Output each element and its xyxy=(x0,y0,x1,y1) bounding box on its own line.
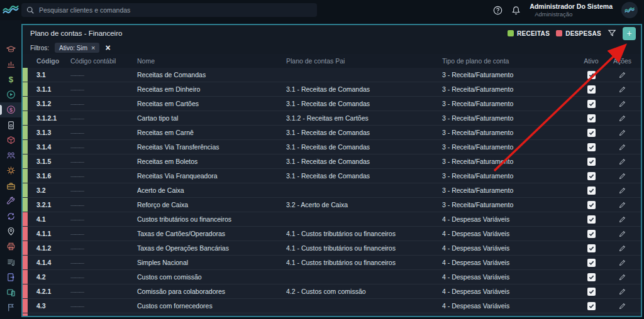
edit-pencil-icon[interactable] xyxy=(618,288,626,296)
clear-filters-icon[interactable]: × xyxy=(105,43,110,52)
chip-close-icon[interactable]: × xyxy=(91,44,95,51)
edit-pencil-icon[interactable] xyxy=(618,273,626,281)
table-row[interactable]: 3.1.5 ——— Receitas em Boletos 3.1 - Rece… xyxy=(23,154,641,169)
sidebar-item-people[interactable] xyxy=(0,148,21,163)
global-search[interactable] xyxy=(21,3,317,17)
table-row[interactable]: 3.2.1 ——— Reforço de Caixa 3.2 - Acerto … xyxy=(23,198,641,212)
ativo-checkbox[interactable] xyxy=(587,71,596,79)
sidebar-item-bar-chart[interactable] xyxy=(0,57,21,72)
ativo-checkbox[interactable] xyxy=(587,187,596,195)
sidebar-item-gear[interactable] xyxy=(0,163,21,178)
edit-pencil-icon[interactable] xyxy=(618,71,626,79)
row-stripe xyxy=(23,227,28,241)
edit-pencil-icon[interactable] xyxy=(618,100,626,108)
cell-nome: Acerto de Caixa xyxy=(137,187,286,194)
table-row[interactable]: 4.1.1 ——— Taxas de Cartões/Operadoras 4.… xyxy=(23,227,641,241)
help-icon[interactable] xyxy=(493,6,502,15)
edit-pencil-icon[interactable] xyxy=(618,129,626,137)
sidebar-item-graduation-cap[interactable] xyxy=(0,41,21,57)
cube-icon xyxy=(6,136,16,145)
table-row[interactable]: 3.1.4 ——— Receitas Via Transferências 3.… xyxy=(23,140,641,154)
cell-tipo: 4 - Despesas Variáveis xyxy=(442,288,579,295)
table-row[interactable]: 3.1.3 ——— Receitas em Carnê 3.1 - Receit… xyxy=(23,126,641,140)
ativo-checkbox[interactable] xyxy=(587,85,596,94)
table-row[interactable]: 4.3 ——— Custos com fornecedores 4 - Desp… xyxy=(23,299,641,313)
table-row[interactable]: 4.1.2 ——— Taxas de Operações Bancárias 4… xyxy=(23,241,641,256)
ativo-checkbox[interactable] xyxy=(587,114,596,122)
edit-pencil-icon[interactable] xyxy=(618,201,626,209)
sidebar-item-play-circle[interactable] xyxy=(0,87,21,102)
legend-receitas: RECEITAS xyxy=(508,30,550,37)
edit-pencil-icon[interactable] xyxy=(618,158,626,166)
cell-nome: Custos com comissão xyxy=(137,273,286,281)
flag-icon xyxy=(6,303,16,312)
edit-pencil-icon[interactable] xyxy=(618,230,626,238)
edit-pencil-icon[interactable] xyxy=(618,259,626,267)
sidebar-item-cube[interactable] xyxy=(0,132,21,148)
sidebar-item-dollar[interactable]: $ xyxy=(0,72,21,87)
edit-pencil-icon[interactable] xyxy=(618,302,626,310)
sidebar-item-sync[interactable] xyxy=(0,208,21,224)
sidebar-item-flag[interactable] xyxy=(0,300,21,315)
add-plano-button[interactable]: + xyxy=(623,27,636,40)
edit-pencil-icon[interactable] xyxy=(618,143,626,151)
sidebar-item-wrench[interactable] xyxy=(0,193,21,208)
ativo-checkbox[interactable] xyxy=(587,100,596,108)
notifications-bell-icon[interactable] xyxy=(511,6,521,15)
edit-pencil-icon[interactable] xyxy=(618,172,626,180)
edit-pencil-icon[interactable] xyxy=(618,215,626,224)
table-row[interactable]: 3.1.1 ——— Receitas em Dinheiro 3.1 - Rec… xyxy=(23,82,641,97)
edit-pencil-icon[interactable] xyxy=(618,187,626,195)
despesas-swatch xyxy=(556,30,562,36)
sidebar-item-toolbox[interactable] xyxy=(0,178,21,193)
ativo-checkbox[interactable] xyxy=(587,230,596,238)
ativo-checkbox[interactable] xyxy=(587,302,596,310)
table-row[interactable]: 3.1 ——— Receitas de Comandas 3 - Receita… xyxy=(23,68,641,82)
edit-pencil-icon[interactable] xyxy=(618,85,626,94)
avatar[interactable] xyxy=(621,2,638,18)
ativo-checkbox[interactable] xyxy=(587,143,596,151)
row-stripe xyxy=(23,284,28,298)
ativo-checkbox[interactable] xyxy=(587,273,596,281)
dollar-icon: $ xyxy=(6,75,16,84)
edit-pencil-icon[interactable] xyxy=(618,114,626,122)
table-row[interactable]: 4.2.1 ——— Comissão para colaboradores 4.… xyxy=(23,284,641,299)
table-row[interactable]: 4.3.1 ——— Produtos de revenda 4.3 - Cust… xyxy=(23,313,641,316)
ativo-checkbox[interactable] xyxy=(587,259,596,267)
sidebar-item-devices[interactable] xyxy=(0,285,21,300)
table-row[interactable]: 4.1.4 ——— Simples Nacional 4.1 - Custos … xyxy=(23,256,641,270)
table-row[interactable]: 3.2 ——— Acerto de Caixa 3 - Receita/Fatu… xyxy=(23,183,641,198)
sidebar-item-dollar-circle[interactable]: $ xyxy=(0,102,21,117)
search-input[interactable] xyxy=(39,6,312,14)
filter-chip-ativo[interactable]: Ativo: Sim × xyxy=(55,43,99,53)
cell-plano-pai: 3.1 - Receitas de Comandas xyxy=(286,172,442,180)
ativo-checkbox[interactable] xyxy=(587,215,596,224)
filters-label: Filtros: xyxy=(30,45,49,51)
table-row[interactable]: 4.2 ——— Custos com comissão 4 - Despesas… xyxy=(23,270,641,284)
table-row[interactable]: 4.1 ——— Custos tributários ou financeiro… xyxy=(23,212,641,227)
cell-codigo: 3.1.3 xyxy=(28,129,70,136)
sidebar-item-document-gear[interactable] xyxy=(0,117,21,132)
edit-pencil-icon[interactable] xyxy=(618,244,626,252)
ativo-checkbox[interactable] xyxy=(587,244,596,252)
table-row[interactable]: 3.1.2.1 ——— Cartao tipo tal 3.1.2 - Rece… xyxy=(23,111,641,126)
cell-tipo: 3 - Receita/Faturamento xyxy=(442,85,579,93)
row-stripe xyxy=(23,299,28,313)
sidebar-item-file-export[interactable] xyxy=(0,269,21,284)
ativo-checkbox[interactable] xyxy=(587,172,596,180)
table-row[interactable]: 3.1.2 ——— Receitas em Cartões 3.1 - Rece… xyxy=(23,97,641,111)
ativo-checkbox[interactable] xyxy=(587,288,596,296)
cell-codigo-contabil: ——— xyxy=(70,188,137,193)
filter-funnel-icon[interactable] xyxy=(608,29,616,38)
row-stripe xyxy=(23,198,28,212)
cell-plano-pai: 3.1 - Receitas de Comandas xyxy=(286,129,442,136)
sidebar-item-printer[interactable] xyxy=(0,239,21,254)
row-stripe xyxy=(23,97,28,111)
ativo-checkbox[interactable] xyxy=(587,158,596,166)
user-block[interactable]: Administrador Do Sistema Administração xyxy=(530,3,613,18)
ativo-checkbox[interactable] xyxy=(587,201,596,209)
sidebar-item-map-pin[interactable] xyxy=(0,224,21,239)
table-row[interactable]: 3.1.6 ——— Receitas Via Franqueadora 3.1 … xyxy=(23,169,641,183)
sidebar-item-playlist[interactable] xyxy=(0,254,21,269)
ativo-checkbox[interactable] xyxy=(587,129,596,137)
